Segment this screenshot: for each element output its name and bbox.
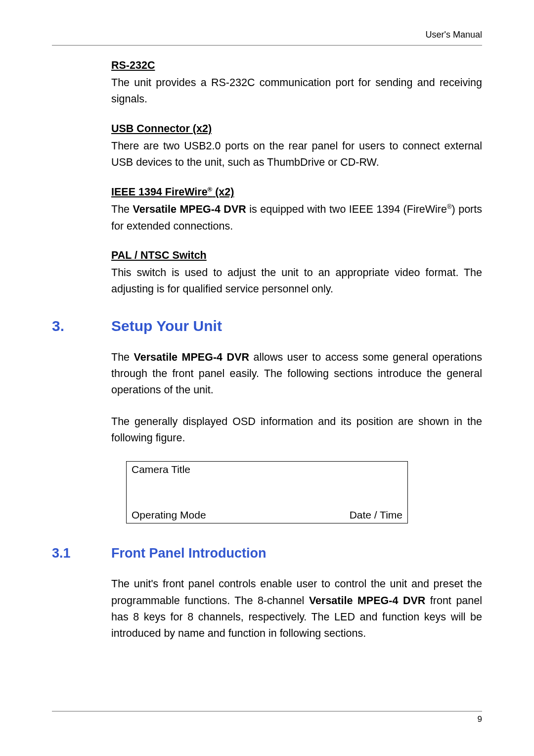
body-firewire-mid: is equipped with two IEEE 1394 (FireWire: [246, 203, 447, 215]
heading-rs232c: RS-232C: [111, 59, 155, 72]
section-31-para-bold: Versatile MPEG-4 DVR: [309, 595, 425, 607]
chapter-3-para1-pre: The: [111, 351, 134, 363]
body-rs232c: The unit provides a RS-232C communicatio…: [111, 75, 482, 108]
heading-firewire-post: (x2): [212, 186, 234, 198]
chapter-3-para1-bold: Versatile MPEG-4 DVR: [134, 351, 249, 363]
osd-date-time: Date / Time: [350, 509, 402, 521]
chapter-3-title: Setup Your Unit: [111, 318, 222, 334]
section-31-title: Front Panel Introduction: [111, 546, 266, 561]
section-31-num: 3.1: [52, 546, 111, 561]
body-usb: There are two USB2.0 ports on the rear p…: [111, 138, 482, 171]
bottom-divider: [52, 711, 482, 711]
chapter-3-num: 3.: [52, 318, 111, 334]
section-usb: USB Connector (x2) There are two USB2.0 …: [111, 123, 482, 171]
heading-firewire-sup: ®: [208, 186, 213, 193]
section-31-para: The unit's front panel controls enable u…: [111, 576, 482, 642]
top-divider: [52, 45, 482, 46]
section-rs232c: RS-232C The unit provides a RS-232C comm…: [111, 59, 482, 108]
osd-operating-mode: Operating Mode: [132, 509, 206, 521]
heading-firewire: IEEE 1394 FireWire® (x2): [111, 186, 234, 198]
chapter-3-row: 3. Setup Your Unit: [52, 318, 482, 334]
heading-usb: USB Connector (x2): [111, 123, 212, 135]
chapter-3-para2: The generally displayed OSD information …: [111, 414, 482, 447]
section-firewire: IEEE 1394 FireWire® (x2) The Versatile M…: [111, 186, 482, 235]
osd-camera-title: Camera Title: [132, 464, 190, 475]
body-firewire-sup: ®: [447, 203, 452, 210]
body-firewire-bold: Versatile MPEG-4 DVR: [133, 203, 246, 215]
header-manual: User's Manual: [52, 30, 482, 40]
chapter-3-para1: The Versatile MPEG-4 DVR allows user to …: [111, 349, 482, 399]
heading-firewire-pre: IEEE 1394 FireWire: [111, 186, 208, 198]
heading-palntsc: PAL / NTSC Switch: [111, 249, 207, 262]
section-palntsc: PAL / NTSC Switch This switch is used to…: [111, 249, 482, 298]
body-firewire-pre: The: [111, 203, 133, 215]
page: User's Manual RS-232C The unit provides …: [0, 0, 534, 642]
osd-box: Camera Title Operating Mode Date / Time: [126, 461, 408, 523]
body-firewire: The Versatile MPEG-4 DVR is equipped wit…: [111, 201, 482, 235]
content-area: RS-232C The unit provides a RS-232C comm…: [111, 59, 482, 642]
page-number: 9: [478, 714, 482, 724]
section-31-row: 3.1 Front Panel Introduction: [52, 546, 482, 561]
body-palntsc: This switch is used to adjust the unit t…: [111, 265, 482, 298]
